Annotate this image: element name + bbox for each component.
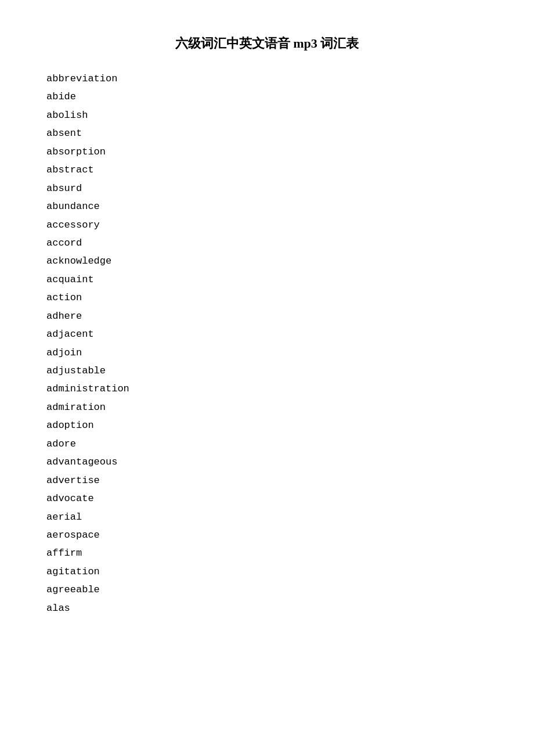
list-item: alas bbox=[46, 599, 488, 617]
list-item: absurd bbox=[46, 179, 488, 197]
list-item: acknowledge bbox=[46, 252, 488, 270]
list-item: adjacent bbox=[46, 325, 488, 343]
list-item: adhere bbox=[46, 307, 488, 325]
word-list: abbreviationabideabolishabsentabsorption… bbox=[46, 70, 488, 617]
list-item: affirm bbox=[46, 544, 488, 562]
list-item: advertise bbox=[46, 471, 488, 489]
list-item: abide bbox=[46, 88, 488, 106]
list-item: acquaint bbox=[46, 271, 488, 289]
list-item: administration bbox=[46, 380, 488, 398]
list-item: aerospace bbox=[46, 526, 488, 544]
list-item: abstract bbox=[46, 161, 488, 179]
list-item: abundance bbox=[46, 197, 488, 215]
list-item: accord bbox=[46, 234, 488, 252]
list-item: action bbox=[46, 289, 488, 307]
list-item: adoption bbox=[46, 416, 488, 434]
list-item: agreeable bbox=[46, 581, 488, 599]
list-item: abolish bbox=[46, 106, 488, 124]
list-item: agitation bbox=[46, 563, 488, 581]
list-item: aerial bbox=[46, 508, 488, 526]
list-item: adjoin bbox=[46, 344, 488, 362]
list-item: advantageous bbox=[46, 453, 488, 471]
list-item: absorption bbox=[46, 143, 488, 161]
list-item: abbreviation bbox=[46, 70, 488, 88]
list-item: absent bbox=[46, 124, 488, 142]
page-title: 六级词汇中英文语音 mp3 词汇表 bbox=[46, 35, 488, 52]
list-item: advocate bbox=[46, 489, 488, 507]
list-item: accessory bbox=[46, 216, 488, 234]
list-item: admiration bbox=[46, 398, 488, 416]
list-item: adjustable bbox=[46, 362, 488, 380]
list-item: adore bbox=[46, 435, 488, 453]
